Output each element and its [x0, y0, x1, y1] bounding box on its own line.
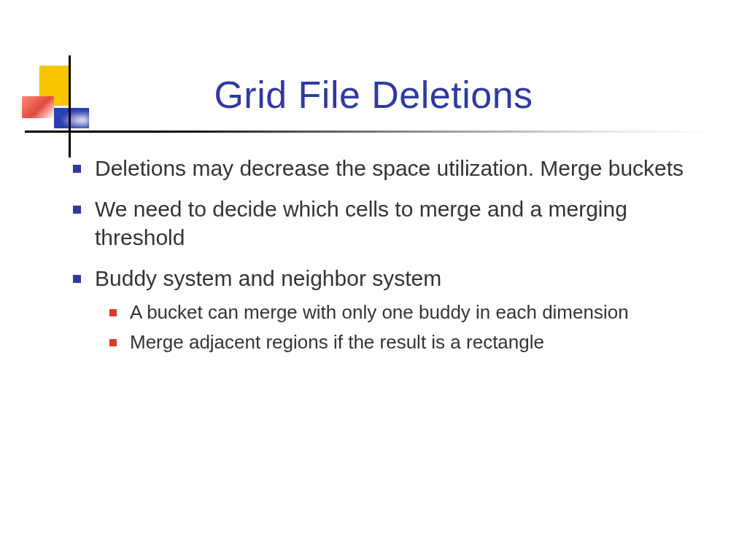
- sub-bullet-list: A bucket can merge with only one buddy i…: [95, 300, 711, 356]
- title-underline: [25, 131, 718, 133]
- bullet-list: Deletions may decrease the space utiliza…: [70, 155, 711, 355]
- bullet-item: Deletions may decrease the space utiliza…: [70, 155, 711, 182]
- bullet-text: Deletions may decrease the space utiliza…: [95, 156, 684, 180]
- sub-bullet-text: Merge adjacent regions if the result is …: [130, 331, 544, 353]
- bullet-text: We need to decide which cells to merge a…: [95, 197, 627, 249]
- sub-bullet-item: A bucket can merge with only one buddy i…: [108, 300, 711, 325]
- slide-title: Grid File Deletions: [0, 73, 747, 117]
- slide-body: Deletions may decrease the space utiliza…: [70, 155, 711, 368]
- sub-bullet-item: Merge adjacent regions if the result is …: [108, 330, 711, 355]
- sub-bullet-text: A bucket can merge with only one buddy i…: [130, 301, 629, 323]
- bullet-item: We need to decide which cells to merge a…: [70, 195, 711, 252]
- bullet-item: Buddy system and neighbor system A bucke…: [70, 265, 711, 355]
- bullet-text: Buddy system and neighbor system: [95, 266, 441, 290]
- slide: Grid File Deletions Deletions may decrea…: [0, 0, 747, 560]
